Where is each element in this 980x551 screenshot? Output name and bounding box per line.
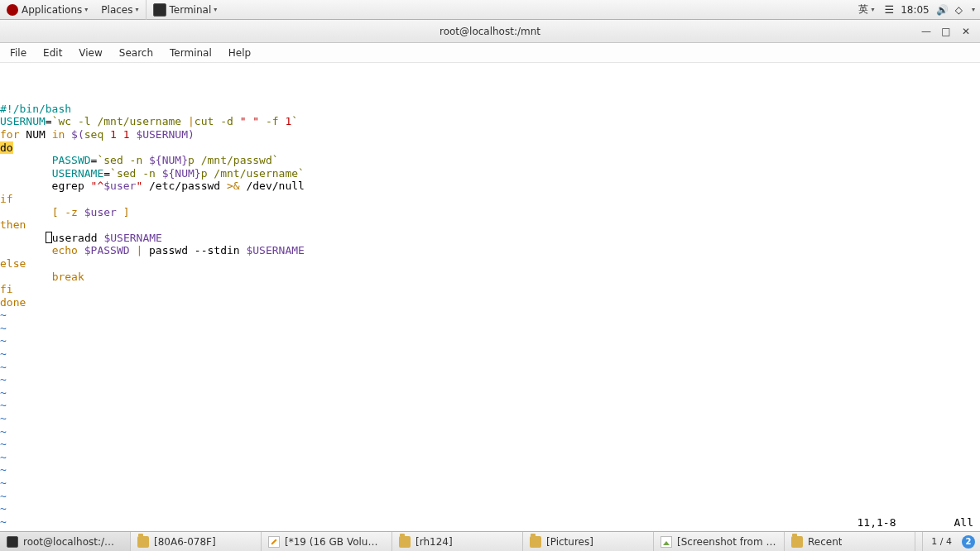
empty-line-marker: ~ bbox=[0, 502, 980, 515]
folder-icon bbox=[530, 536, 541, 548]
empty-line-marker: ~ bbox=[0, 309, 980, 322]
code-line: #!/bin/bash bbox=[0, 103, 980, 116]
code-line: egrep "^$user" /etc/passwd >& /dev/null bbox=[0, 180, 980, 193]
taskbar-button[interactable]: root@localhost:/mnt bbox=[0, 532, 131, 551]
empty-line-marker: ~ bbox=[0, 412, 980, 425]
terminal-icon bbox=[153, 3, 166, 17]
code-line: [ -z $user ] bbox=[0, 206, 980, 219]
code-line: break bbox=[0, 271, 980, 284]
taskbar-button-label: [*19 (16 GB Volum... bbox=[285, 536, 385, 548]
empty-line-marker: ~ bbox=[0, 322, 980, 335]
image-icon bbox=[661, 536, 672, 548]
empty-line-marker: ~ bbox=[0, 361, 980, 374]
terminal-label: Terminal bbox=[170, 4, 212, 16]
code-line: USERNUM=`wc -l /mnt/username |cut -d " "… bbox=[0, 115, 980, 128]
taskbar-button-label: [Pictures] bbox=[546, 536, 593, 548]
chevron-down-icon: ▾ bbox=[135, 6, 138, 13]
vim-status-line: 11,1-8 All bbox=[858, 516, 973, 529]
code-line: for NUM in $(seq 1 1 $USERNUM) bbox=[0, 128, 980, 141]
code-line: PASSWD=`sed -n ${NUM}p /mnt/passwd` bbox=[0, 154, 980, 167]
distro-icon bbox=[7, 4, 18, 16]
input-method-indicator[interactable]: 英 ▾ bbox=[855, 0, 877, 20]
editor-area[interactable]: #!/bin/bashUSERNUM=`wc -l /mnt/username … bbox=[0, 63, 980, 531]
code-line: do bbox=[0, 141, 980, 155]
menubar: File Edit View Search Terminal Help bbox=[0, 43, 980, 63]
edit-icon bbox=[268, 536, 280, 548]
taskbar-button-label: Recent bbox=[808, 536, 842, 548]
scroll-position: All bbox=[954, 516, 973, 529]
applications-label: Applications bbox=[22, 4, 82, 16]
top-panel: Applications ▾ Places ▾ Terminal ▾ 英 ▾ ☰… bbox=[0, 0, 980, 20]
empty-line-marker: ~ bbox=[0, 334, 980, 347]
terminal-window: root@localhost:/mnt — □ ✕ File Edit View… bbox=[0, 20, 980, 531]
empty-line-marker: ~ bbox=[0, 463, 980, 477]
code-line: useradd $USERNAME bbox=[0, 232, 980, 245]
volume-icon[interactable]: 🔊 bbox=[936, 4, 949, 16]
code-line: USERNAME=`sed -n ${NUM}p /mnt/username` bbox=[0, 167, 980, 180]
taskbar-button[interactable]: Recent bbox=[785, 532, 915, 551]
empty-line-marker: ~ bbox=[0, 373, 980, 386]
taskbar-button[interactable]: [Screenshot from 20... bbox=[654, 532, 785, 551]
ime-label: 英 bbox=[858, 2, 868, 17]
places-label: Places bbox=[101, 4, 132, 16]
term-icon bbox=[7, 536, 18, 548]
workspace-indicator[interactable]: 1 / 4 bbox=[928, 536, 955, 547]
empty-line-marker: ~ bbox=[0, 425, 980, 438]
menu-terminal[interactable]: Terminal bbox=[161, 43, 220, 63]
folder-icon bbox=[791, 536, 803, 548]
window-titlebar[interactable]: root@localhost:/mnt — □ ✕ bbox=[0, 20, 980, 43]
cursor-position: 11,1-8 bbox=[858, 516, 896, 529]
chevron-down-icon: ▾ bbox=[972, 6, 975, 13]
taskbar-button-label: [80A6-078F] bbox=[154, 536, 216, 548]
empty-line-marker: ~ bbox=[0, 477, 980, 490]
chevron-down-icon: ▾ bbox=[214, 6, 217, 13]
taskbar-button-label: root@localhost:/mnt bbox=[23, 536, 123, 548]
taskbar-button[interactable]: [Pictures] bbox=[523, 532, 654, 551]
chevron-down-icon: ▾ bbox=[84, 6, 88, 13]
menu-view[interactable]: View bbox=[70, 43, 110, 63]
code-line: fi bbox=[0, 283, 980, 296]
code-line: echo $PASSWD | passwd --stdin $USERNAME bbox=[0, 244, 980, 257]
window-title: root@localhost:/mnt bbox=[0, 26, 980, 37]
clock[interactable]: 18:05 bbox=[901, 4, 930, 16]
empty-line-marker: ~ bbox=[0, 515, 980, 529]
taskbar-button-label: [rh124] bbox=[416, 536, 453, 548]
bottom-taskbar: root@localhost:/mnt[80A6-078F][*19 (16 G… bbox=[0, 531, 980, 551]
menu-search[interactable]: Search bbox=[111, 43, 161, 63]
code-line: if bbox=[0, 193, 980, 206]
folder-icon bbox=[399, 536, 411, 548]
taskbar-button[interactable]: [rh124] bbox=[392, 532, 523, 551]
taskbar-button[interactable]: [*19 (16 GB Volum... bbox=[262, 532, 392, 551]
menu-help[interactable]: Help bbox=[220, 43, 259, 63]
taskbar-button-label: [Screenshot from 20... bbox=[677, 536, 777, 548]
code-line: then bbox=[0, 218, 980, 232]
code-line: done bbox=[0, 296, 980, 309]
menu-edit[interactable]: Edit bbox=[35, 43, 70, 63]
empty-line-marker: ~ bbox=[0, 438, 980, 451]
menu-file[interactable]: File bbox=[2, 43, 35, 63]
chevron-down-icon: ▾ bbox=[871, 6, 874, 13]
taskbar-button[interactable]: [80A6-078F] bbox=[131, 532, 262, 551]
applications-menu[interactable]: Applications ▾ bbox=[0, 0, 94, 20]
code-line: else bbox=[0, 257, 980, 271]
accessibility-icon[interactable]: ☰ bbox=[885, 3, 895, 16]
empty-line-marker: ~ bbox=[0, 490, 980, 503]
empty-line-marker: ~ bbox=[0, 347, 980, 361]
empty-line-marker: ~ bbox=[0, 386, 980, 400]
text-cursor bbox=[46, 232, 52, 243]
notifications-icon[interactable]: ◇ bbox=[955, 4, 963, 16]
terminal-menu[interactable]: Terminal ▾ bbox=[146, 0, 224, 20]
empty-line-marker: ~ bbox=[0, 399, 980, 412]
folder-icon bbox=[137, 536, 149, 548]
places-menu[interactable]: Places ▾ bbox=[94, 0, 145, 20]
empty-line-marker: ~ bbox=[0, 451, 980, 464]
workspace-badge[interactable]: 2 bbox=[962, 535, 975, 549]
